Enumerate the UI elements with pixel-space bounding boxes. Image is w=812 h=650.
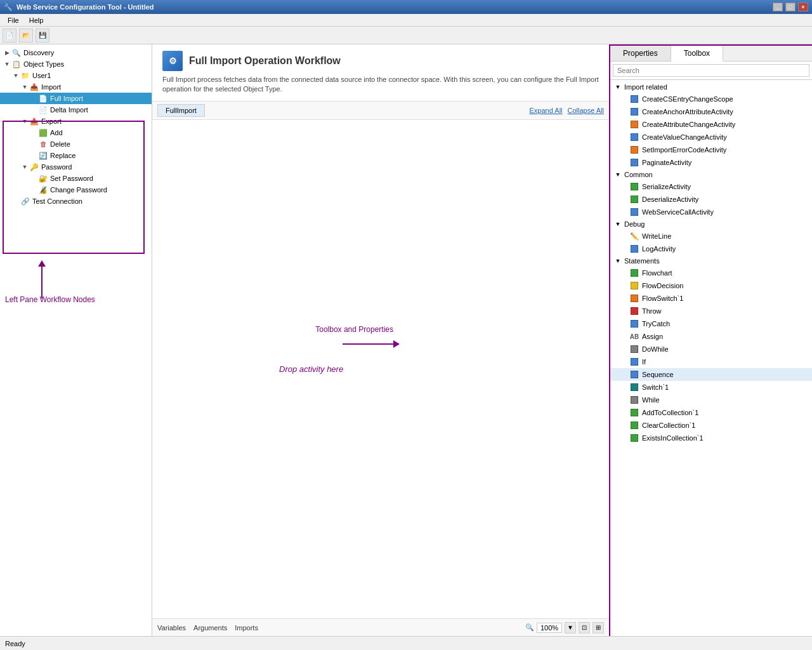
expander-changepassword [29,185,38,194]
tab-toolbox[interactable]: Toolbox [671,46,723,62]
menu-file[interactable]: File [3,15,24,25]
item-throw[interactable]: Throw [610,305,812,317]
group-import-related[interactable]: ▼ Import related [610,81,812,93]
minimize-button[interactable]: _ [773,3,783,11]
group-debug-expander: ▼ [614,220,622,228]
discovery-label: Discovery [23,49,54,56]
collapse-all-link[interactable]: Collapse All [568,107,604,114]
close-button[interactable]: × [798,3,808,11]
tree-item-objecttypes[interactable]: ▼ 📋 Object Types [0,58,152,70]
search-input[interactable] [613,64,809,77]
group-common[interactable]: ▼ Common [610,169,812,180]
group-common-expander: ▼ [614,171,622,178]
tree-item-user1[interactable]: ▼ 📁 User1 [0,70,152,81]
drop-activity-text: Drop activity here [279,364,343,374]
right-pane: Properties Toolbox ▼ Import related Crea… [609,44,812,636]
item-webServiceCall[interactable]: WebServiceCallActivity [610,206,812,218]
item-flowSwitch[interactable]: FlowSwitch`1 [610,292,812,305]
item-existsInCollection[interactable]: ExistsInCollection`1 [610,432,812,444]
item-createAnchor[interactable]: CreateAnchorAttributeActivity [610,105,812,118]
tree-item-password[interactable]: ▼ 🔑 Password [0,161,152,173]
tree-item-delete[interactable]: 🗑 Delete [0,138,152,150]
menu-help[interactable]: Help [24,15,49,25]
item-addToCollection[interactable]: AddToCollection`1 [610,406,812,419]
flowSwitch-label: FlowSwitch`1 [642,295,683,302]
expander-fullimport [29,94,38,103]
save-button[interactable]: 💾 [36,29,49,43]
item-doWhile[interactable]: DoWhile [610,343,812,355]
tree-item-changepassword[interactable]: 🔏 Change Password [0,184,152,196]
flowDecision-label: FlowDecision [642,282,683,289]
add-icon: 🟩 [38,128,48,138]
doWhile-label: DoWhile [642,345,669,353]
tree-item-import[interactable]: ▼ 📥 Import [0,81,152,93]
group-statements[interactable]: ▼ Statements [610,255,812,267]
discovery-icon: 🔍 [11,48,22,58]
item-deserialize[interactable]: DeserializeActivity [610,193,812,206]
group-statements-expander: ▼ [614,257,622,265]
group-debug-label: Debug [624,220,645,228]
sequence-label: Sequence [642,371,674,378]
changepassword-label: Change Password [50,186,107,194]
zoom-fit-btn[interactable]: ⊡ [579,622,590,633]
bottom-tab-variables[interactable]: Variables [157,624,186,632]
item-sequence[interactable]: Sequence [610,368,812,381]
zoom-dropdown-btn[interactable]: ▼ [565,622,576,633]
writeLine-icon: ✏️ [629,231,639,241]
item-clearCollection[interactable]: ClearCollection`1 [610,419,812,432]
tree-item-replace[interactable]: 🔄 Replace [0,150,152,161]
app-icon: 🔧 [4,3,13,11]
addToCollection-label: AddToCollection`1 [642,409,698,416]
status-text: Ready [5,640,25,647]
group-statements-label: Statements [624,257,660,265]
expander-delete [29,140,38,149]
item-if[interactable]: If [610,355,812,368]
item-serialize[interactable]: SerializeActivity [610,180,812,193]
bottom-tab-arguments[interactable]: Arguments [193,624,227,632]
bottom-tab-imports[interactable]: Imports [235,624,258,632]
flowchart-label: Flowchart [642,269,672,277]
item-assign[interactable]: AB Assign [610,330,812,343]
item-tryCatch[interactable]: TryCatch [610,317,812,330]
zoom-input[interactable] [537,623,562,633]
workflow-canvas[interactable]: Drop activity here Toolbox and Propertie… [152,120,609,618]
flowDecision-icon [629,281,639,291]
toolbar: 📄 📂 💾 [0,27,812,44]
item-switch1[interactable]: Switch`1 [610,381,812,394]
workflow-tab-fullimport[interactable]: FullImport [157,104,205,117]
createValue-label: CreateValueChangeActivity [642,133,727,141]
addToCollection-icon [629,408,639,418]
tree-item-testconnection[interactable]: 🔗 Test Connection [0,196,152,207]
tree-item-setpassword[interactable]: 🔐 Set Password [0,173,152,184]
open-button[interactable]: 📂 [19,29,33,43]
maximize-button[interactable]: □ [785,3,796,11]
item-flowchart[interactable]: Flowchart [610,267,812,279]
item-flowDecision[interactable]: FlowDecision [610,279,812,292]
expand-all-link[interactable]: Expand All [530,107,563,114]
item-paginate[interactable]: PaginateActivity [610,156,812,169]
tree-item-deltaimport[interactable]: 📄 Delta Import [0,104,152,116]
zoom-icon: 🔍 [525,623,534,632]
createCSEntry-label: CreateCSEntryChangeScope [642,95,733,103]
item-createValue[interactable]: CreateValueChangeActivity [610,131,812,143]
item-writeLine[interactable]: ✏️ WriteLine [610,230,812,242]
workflow-bottom: Variables Arguments Imports 🔍 ▼ ⊡ ⊞ [152,618,609,636]
zoom-page-btn[interactable]: ⊞ [593,622,604,633]
item-logActivity[interactable]: LogActivity [610,242,812,255]
tree-item-add[interactable]: 🟩 Add [0,127,152,138]
item-createAttribute[interactable]: CreateAttributeChangeActivity [610,118,812,131]
arrow-line [41,267,43,298]
workflow-title: Full Import Operation Workflow [189,55,341,67]
tree-item-discovery[interactable]: ▶ 🔍 Discovery [0,47,152,58]
new-button[interactable]: 📄 [3,29,16,43]
while-label: While [642,396,660,404]
item-setImportError[interactable]: SetImportErrorCodeActivity [610,143,812,156]
tree-item-fullimport[interactable]: 📄 Full Import [0,93,152,104]
item-createCSEntry[interactable]: CreateCSEntryChangeScope [610,93,812,105]
group-debug[interactable]: ▼ Debug [610,218,812,230]
tab-properties[interactable]: Properties [610,46,671,61]
item-while[interactable]: While [610,394,812,406]
zoom-controls: 🔍 ▼ ⊡ ⊞ [525,622,604,633]
tree-item-export[interactable]: ▼ 📤 Export [0,116,152,127]
window-controls: _ □ × [773,3,808,11]
